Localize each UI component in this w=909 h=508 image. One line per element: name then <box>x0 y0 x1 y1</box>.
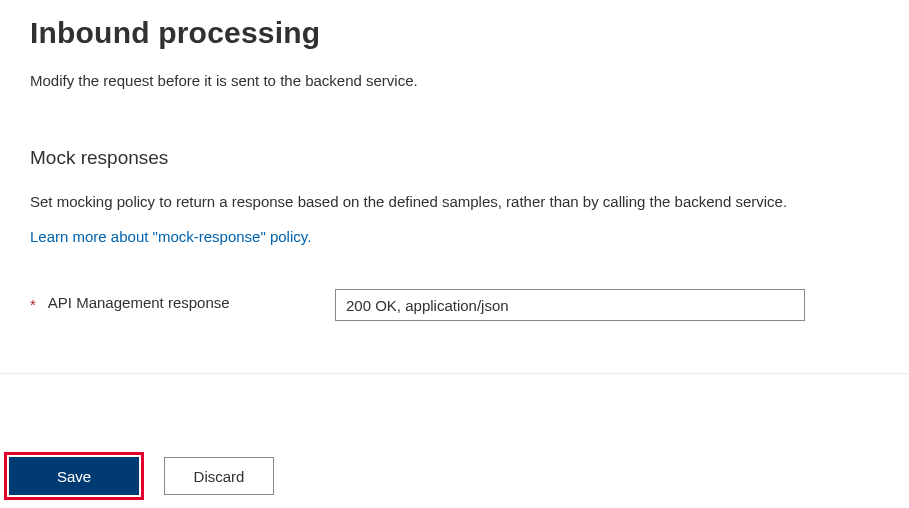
footer-actions: Save Discard <box>4 452 274 500</box>
divider <box>0 373 909 374</box>
api-response-select[interactable]: 200 OK, application/json <box>335 289 805 321</box>
page-description: Modify the request before it is sent to … <box>30 72 879 89</box>
save-button[interactable]: Save <box>9 457 139 495</box>
save-highlight: Save <box>4 452 144 500</box>
page-title: Inbound processing <box>30 16 879 50</box>
learn-more-link[interactable]: Learn more about "mock-response" policy. <box>30 228 311 245</box>
section-title-mock-responses: Mock responses <box>30 147 879 169</box>
form-row-api-response: * API Management response 200 OK, applic… <box>30 289 879 321</box>
section-description: Set mocking policy to return a response … <box>30 193 879 210</box>
field-label-api-response: API Management response <box>48 294 230 311</box>
discard-button[interactable]: Discard <box>164 457 274 495</box>
required-indicator: * <box>30 294 36 317</box>
